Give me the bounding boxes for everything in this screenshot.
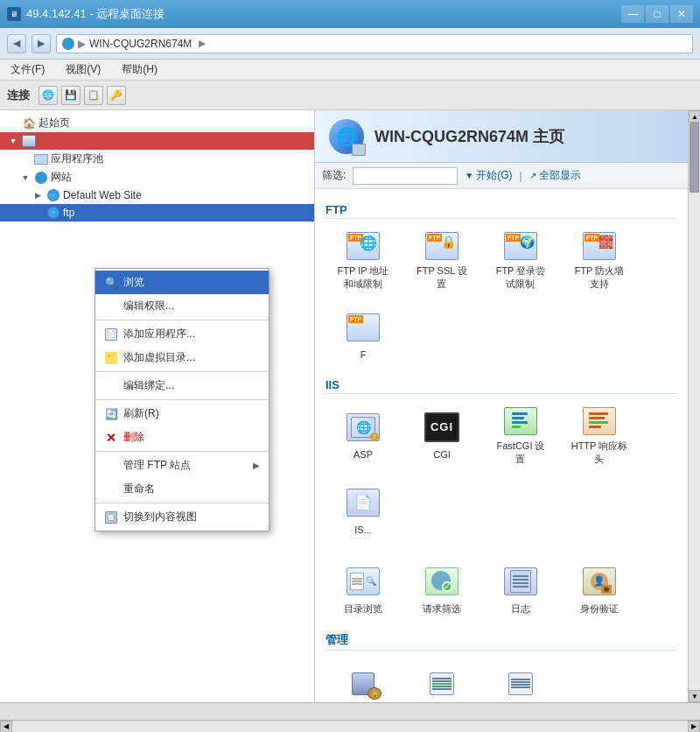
filter-input[interactable] <box>353 167 458 185</box>
start-button[interactable]: ▼ 开始(G) <box>465 168 512 183</box>
feature-asp[interactable]: 🌐 ! ASP <box>326 399 401 471</box>
ftp-ssl-icon: FTP 🔒 <box>424 230 459 261</box>
http-icon <box>582 405 617 436</box>
expander-ftp <box>32 207 44 219</box>
ftp-grid: FTP 🌐 FTP IP 地址和域限制 FTP 🔒 <box>326 224 677 371</box>
ctx-delete-icon: ✕ <box>104 431 118 445</box>
feature-ftp-ip[interactable]: FTP 🌐 FTP IP 地址和域限制 <box>326 224 401 296</box>
request-filter-label: 请求筛选 <box>423 602 461 615</box>
menu-help[interactable]: 帮助(H) <box>118 60 161 79</box>
expander-default-site: ▶ <box>32 189 44 201</box>
ctx-rename[interactable]: 重命名 <box>95 477 269 501</box>
ctx-add-app[interactable]: 📄 添加应用程序... <box>95 322 269 346</box>
right-with-scroll: 🌐 WIN-CQUG2RN674M 主页 筛选: ▼ 开始(G) <box>315 110 700 702</box>
right-panel: 🌐 WIN-CQUG2RN674M 主页 筛选: ▼ 开始(G) <box>315 110 688 702</box>
ctx-add-vdir-label: 添加虚拟目录... <box>123 350 195 365</box>
toolbar-save-btn[interactable]: 💾 <box>61 86 80 105</box>
toolbar-globe-btn[interactable]: 🌐 <box>38 86 58 105</box>
ftp-login-icon: FTP 🌍 <box>503 230 538 261</box>
scroll-thumb[interactable] <box>690 123 699 193</box>
back-button[interactable]: ◀ <box>7 34 26 53</box>
toolbar-key-btn[interactable]: 🔑 <box>107 86 126 105</box>
ctx-browse[interactable]: 🔍 浏览 <box>95 271 269 294</box>
scroll-down-arrow[interactable]: ▼ <box>689 690 700 702</box>
tree-item-ftp[interactable]: 🌐 ftp <box>0 204 314 222</box>
ctx-sep-3 <box>95 399 269 400</box>
feature-ftp-login[interactable]: FTP 🌍 FTP 登录尝试限制 <box>483 224 558 296</box>
feature-shared-config[interactable]: 共享的配置 <box>404 656 480 702</box>
feature-request-filter[interactable]: ✓ 请求筛选 <box>404 553 480 625</box>
tree-label-default-site: Default Web Site <box>63 189 142 201</box>
ctx-edit-binding[interactable]: 编辑绑定... <box>95 374 269 398</box>
ctx-refresh[interactable]: 🔄 刷新(R) <box>95 402 269 426</box>
scroll-up-arrow[interactable]: ▲ <box>689 110 700 123</box>
feature-ftp-extra[interactable]: FTP F <box>326 299 401 371</box>
http-label: HTTP 响应标头 <box>571 440 628 465</box>
menu-file[interactable]: 文件(F) <box>7 60 48 79</box>
ctx-switch-view[interactable]: 📋 切换到内容视图 <box>95 505 269 529</box>
feature-log[interactable]: 日志 <box>483 553 558 625</box>
section-iis: IIS <box>326 378 677 394</box>
ctx-add-app-icon: 📄 <box>104 327 118 341</box>
horizontal-scrollbar[interactable]: ◀ ▶ <box>0 720 700 732</box>
manage-grid: 🔒 功能委派 <box>326 656 677 702</box>
log-label: 日志 <box>511 602 530 615</box>
feature-config-editor[interactable]: 配置编辑器 <box>483 656 558 702</box>
show-all-label: 全部显示 <box>539 168 581 183</box>
feature-is[interactable]: 📄 IS... <box>326 475 401 546</box>
ctx-manage-ftp[interactable]: 管理 FTP 站点 ▶ <box>95 454 269 477</box>
title-bar: 🖥 49.4.142.41 - 远程桌面连接 — □ ✕ <box>0 0 700 28</box>
websites-icon: 🌐 <box>34 171 48 185</box>
scroll-right-arrow[interactable]: ▶ <box>688 721 700 733</box>
tree-item-websites[interactable]: ▼ 🌐 网站 <box>0 168 314 187</box>
scrollbar[interactable]: ▲ ▼ <box>688 110 700 702</box>
iis-grid: 🌐 ! ASP CGI <box>326 399 677 546</box>
ctx-rename-label: 重命名 <box>123 482 155 496</box>
feature-delegate[interactable]: 🔒 功能委派 <box>326 656 401 702</box>
feature-http[interactable]: HTTP 响应标头 <box>562 399 637 471</box>
scroll-left-arrow[interactable]: ◀ <box>0 721 12 733</box>
show-all-button[interactable]: ↗ 全部显示 <box>529 168 581 183</box>
iis-grid-2: 🔍 目录浏览 ✓ <box>326 553 677 625</box>
address-bar: ◀ ▶ 🌐 ▶ WIN-CQUG2RN674M ▶ <box>0 28 700 60</box>
start-icon: ▼ <box>465 171 473 180</box>
title-bar-title: 49.4.142.41 - 远程桌面连接 <box>26 6 621 22</box>
forward-button[interactable]: ▶ <box>32 34 51 53</box>
toolbar-refresh-btn[interactable]: 📋 <box>84 86 103 105</box>
menu-bar: 文件(F) 视图(V) 帮助(H) <box>0 60 700 81</box>
ctx-delete-label: 删除 <box>123 430 144 445</box>
ctx-add-vdir[interactable]: 📁 添加虚拟目录... <box>95 346 269 370</box>
ctx-delete[interactable]: ✕ 删除 <box>95 426 269 449</box>
feature-cgi[interactable]: CGI CGI <box>404 399 480 471</box>
ftp-extra-icon: FTP <box>346 310 381 345</box>
default-site-icon: 🌐 <box>46 188 60 202</box>
ftp-ssl-label: FTP SSL 设置 <box>416 264 467 290</box>
ftp-login-label: FTP 登录尝试限制 <box>496 264 546 290</box>
tree-item-default-site[interactable]: ▶ 🌐 Default Web Site <box>0 187 314 204</box>
tree-item-home[interactable]: 🏠 起始页 <box>0 114 314 132</box>
ctx-edit-binding-icon <box>104 379 118 393</box>
dir-browse-label: 目录浏览 <box>344 602 382 615</box>
menu-view[interactable]: 视图(V) <box>62 60 104 79</box>
show-all-icon: ↗ <box>529 171 536 180</box>
close-button[interactable]: ✕ <box>670 5 693 23</box>
iis-header-title: WIN-CQUG2RN674M 主页 <box>374 126 564 147</box>
feature-ftp-ssl[interactable]: FTP 🔒 FTP SSL 设置 <box>404 224 480 296</box>
delegate-icon: 🔒 <box>346 666 381 701</box>
feature-auth[interactable]: 👤 身份验证 <box>562 553 637 625</box>
feature-ftp-firewall[interactable]: FTP 🧱 FTP 防火墙支持 <box>562 224 637 296</box>
shared-config-icon <box>424 666 459 701</box>
home-icon: 🏠 <box>22 116 36 130</box>
tree-item-apppool[interactable]: 应用程序池 <box>0 150 314 168</box>
ctx-switch-view-icon: 📋 <box>104 510 118 524</box>
minimize-button[interactable]: — <box>621 5 644 23</box>
iis-header: 🌐 WIN-CQUG2RN674M 主页 <box>315 110 688 163</box>
feature-fastcgi[interactable]: FastCGI 设置 <box>483 399 558 471</box>
feature-dir-browse[interactable]: 🔍 目录浏览 <box>326 553 401 625</box>
maximize-button[interactable]: □ <box>646 5 668 23</box>
ctx-edit-perms[interactable]: 编辑权限... <box>95 294 269 318</box>
tree-label-ftp: ftp <box>63 207 74 219</box>
tree-item-server[interactable]: ▼ <box>0 132 314 150</box>
iis-header-icon: 🌐 <box>329 119 364 154</box>
ctx-manage-ftp-label: 管理 FTP 站点 <box>123 458 191 473</box>
